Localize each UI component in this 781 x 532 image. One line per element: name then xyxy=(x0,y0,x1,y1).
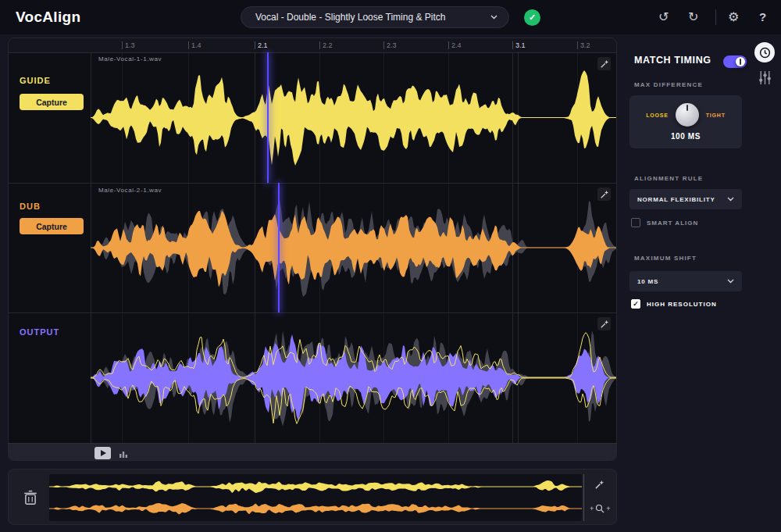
guide-track-label: GUIDE xyxy=(20,76,51,85)
play-icon xyxy=(101,450,106,456)
vocalign-window: VocAlign Vocal - Double - Slightly Loose… xyxy=(0,0,781,532)
guide-capture-button[interactable]: Capture xyxy=(20,94,84,110)
ruler-tick: 1.4 xyxy=(188,41,201,50)
preset-label: Vocal - Double - Slightly Loose Timing &… xyxy=(255,12,490,23)
wand-icon xyxy=(600,320,609,329)
alignment-rule-dropdown[interactable]: NORMAL FLEXIBILITY xyxy=(629,189,742,209)
redo-button[interactable]: ↻ xyxy=(688,9,698,25)
guide-wand-icon[interactable] xyxy=(597,57,611,70)
guide-waveform[interactable] xyxy=(91,52,617,183)
ruler-tick: 2.1 xyxy=(255,41,268,50)
help-button[interactable]: ? xyxy=(759,9,766,25)
smart-align-label: SMART ALIGN xyxy=(647,220,698,227)
maximum-shift-dropdown[interactable]: 10 MS xyxy=(629,271,742,291)
wand-icon xyxy=(600,190,609,199)
smart-align-checkbox[interactable] xyxy=(631,218,640,227)
ruler-tick: 3.2 xyxy=(577,41,590,50)
max-difference-value: 100 MS xyxy=(629,132,742,141)
maximum-shift-value: 10 MS xyxy=(637,278,727,285)
overview-waveforms[interactable] xyxy=(49,474,582,521)
toggle-knob xyxy=(736,57,745,66)
high-resolution-row[interactable]: ✓ HIGH RESOLUTION xyxy=(631,299,717,309)
ruler-tick: 3.1 xyxy=(512,41,526,50)
overview-panel: + + xyxy=(8,469,617,525)
loose-label: LOOSE xyxy=(646,112,669,118)
smart-align-row[interactable]: SMART ALIGN xyxy=(631,218,698,227)
chevron-down-icon xyxy=(727,197,734,202)
overview-right-marker xyxy=(583,474,584,521)
dub-track-label: DUB xyxy=(20,202,41,211)
chevron-down-icon xyxy=(727,279,734,284)
ruler-tick: 2.3 xyxy=(383,41,397,50)
output-wand-icon[interactable] xyxy=(597,317,611,330)
dub-wand-icon[interactable] xyxy=(597,187,611,201)
zoom-in-icon[interactable]: + xyxy=(606,505,610,512)
zoom-out-icon[interactable]: + xyxy=(590,505,594,512)
zoom-controls[interactable]: + + xyxy=(590,504,621,513)
magnifier-icon[interactable] xyxy=(595,504,604,513)
app-logo: VocAlign xyxy=(16,9,80,26)
play-button[interactable] xyxy=(95,447,111,459)
tight-label: TIGHT xyxy=(706,112,726,118)
output-waveform[interactable] xyxy=(91,312,617,443)
transport-strip xyxy=(9,443,617,461)
ruler-tick: 1.3 xyxy=(122,41,135,50)
sliders-icon xyxy=(758,70,772,85)
dub-waveform[interactable] xyxy=(91,183,617,312)
maximum-shift-label: MAXIMUM SHIFT xyxy=(634,255,697,262)
status-ok-icon: ✓ xyxy=(524,9,540,26)
match-timing-heading: MATCH TIMING xyxy=(634,55,711,66)
toolbar-divider xyxy=(715,9,716,25)
timeline-ruler[interactable]: 1.31.42.12.22.32.43.13.2 xyxy=(9,38,617,52)
preset-dropdown[interactable]: Vocal - Double - Slightly Loose Timing &… xyxy=(241,6,509,28)
chevron-down-icon xyxy=(490,15,497,20)
output-track-label: OUTPUT xyxy=(20,327,59,337)
guide-file-label: Male-Vocal-1-1.wav xyxy=(98,55,162,62)
dub-playhead[interactable] xyxy=(278,183,280,312)
max-difference-panel: LOOSE TIGHT 100 MS xyxy=(629,95,742,148)
max-difference-knob[interactable] xyxy=(676,103,699,127)
dub-capture-button[interactable]: Capture xyxy=(20,218,84,234)
match-timing-toggle[interactable] xyxy=(723,55,747,68)
alignment-rule-value: NORMAL FLEXIBILITY xyxy=(637,196,727,203)
trash-button[interactable] xyxy=(15,477,46,518)
trash-icon xyxy=(23,490,37,505)
high-resolution-label: HIGH RESOLUTION xyxy=(647,301,717,308)
level-meter-icon[interactable] xyxy=(119,448,128,461)
wand-icon xyxy=(600,59,609,69)
history-clock-button[interactable] xyxy=(754,42,775,62)
undo-button[interactable]: ↺ xyxy=(658,9,669,25)
clock-icon xyxy=(759,47,771,59)
alignment-rule-label: ALIGNMENT RULE xyxy=(634,175,703,182)
max-difference-label: MAX DIFFERENCE xyxy=(634,81,703,88)
settings-gear-button[interactable]: ⚙ xyxy=(728,9,739,25)
dub-file-label: Male-Vocal-2-1.wav xyxy=(98,187,162,194)
high-resolution-checkbox[interactable]: ✓ xyxy=(631,299,640,309)
advanced-settings-button[interactable] xyxy=(758,70,772,88)
ruler-tick: 2.4 xyxy=(448,41,462,50)
guide-playhead[interactable] xyxy=(267,52,269,183)
overview-wand-icon[interactable] xyxy=(594,479,604,493)
ruler-tick: 2.2 xyxy=(319,41,333,50)
waveform-panel: 1.31.42.12.22.32.43.13.2 GUIDE Capture M… xyxy=(8,37,617,461)
top-bar: VocAlign Vocal - Double - Slightly Loose… xyxy=(0,0,781,34)
